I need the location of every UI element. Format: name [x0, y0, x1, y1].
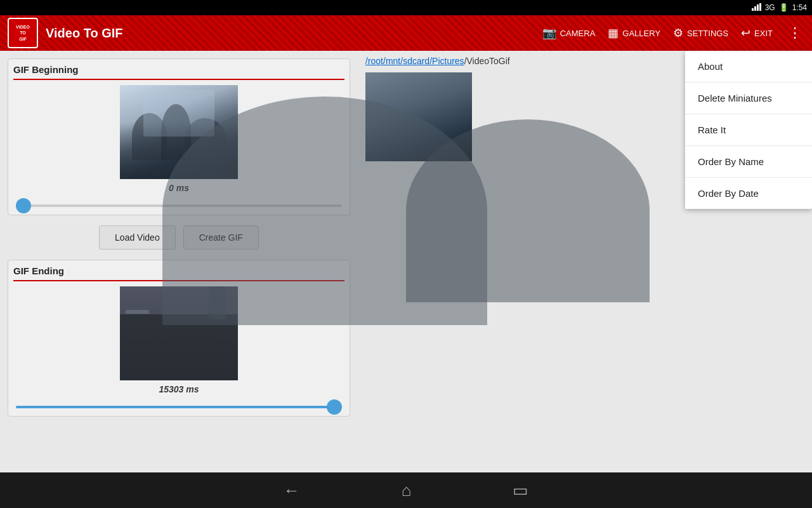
battery-icon: 🔋	[779, 3, 789, 12]
settings-label: SETTINGS	[687, 29, 728, 38]
camera-icon: 📷	[542, 26, 556, 40]
exit-label: EXIT	[754, 29, 773, 38]
overflow-menu-button[interactable]: ⋮	[785, 22, 804, 44]
file-path-sub: /VideoToGif	[464, 56, 510, 66]
gallery-label: GALLERY	[622, 29, 660, 38]
menu-item-about[interactable]: About	[685, 51, 812, 83]
toolbar: VIDEOTOGIF Video To GIF 📷 CAMERA ▦ GALLE…	[0, 15, 812, 51]
dropdown-menu: About Delete Miniatures Rate It Order By…	[685, 51, 812, 209]
camera-label: CAMERA	[560, 29, 596, 38]
gif-ending-slider-container	[13, 399, 344, 411]
app-logo: VIDEOTOGIF	[8, 18, 38, 48]
signal-indicator	[752, 3, 761, 13]
exit-button[interactable]: ↩ EXIT	[741, 26, 773, 40]
home-button[interactable]: ⌂	[402, 481, 412, 500]
gif-ending-slider[interactable]	[16, 406, 342, 408]
status-bar: 3G 🔋 1:54	[0, 0, 812, 15]
menu-item-order-by-date[interactable]: Order By Date	[685, 178, 812, 209]
recents-button[interactable]: ▭	[513, 481, 528, 500]
file-path-root[interactable]: /root/mnt/sdcard/Pictures	[365, 56, 464, 66]
menu-item-delete-miniatures[interactable]: Delete Miniatures	[685, 83, 812, 114]
main-area: GIF Beginning 0 ms Load Video Create GIF	[0, 51, 812, 508]
app-title: Video To GIF	[46, 26, 535, 41]
network-type: 3G	[765, 3, 775, 12]
exit-icon: ↩	[741, 26, 750, 40]
gallery-thumbnail[interactable]	[365, 72, 472, 161]
gallery-icon: ▦	[608, 26, 619, 40]
back-button[interactable]: ←	[284, 481, 300, 500]
settings-icon: ⚙	[673, 26, 683, 40]
gif-ending-timestamp: 15303 ms	[13, 384, 344, 394]
gif-beginning-title: GIF Beginning	[13, 64, 344, 80]
thumbnail-image	[365, 72, 472, 161]
settings-button[interactable]: ⚙ SETTINGS	[673, 26, 728, 40]
gallery-button[interactable]: ▦ GALLERY	[608, 26, 660, 40]
menu-item-rate-it[interactable]: Rate It	[685, 114, 812, 146]
nav-bar: ← ⌂ ▭	[0, 472, 812, 508]
menu-item-order-by-name[interactable]: Order By Name	[685, 146, 812, 178]
clock: 1:54	[792, 3, 807, 12]
camera-button[interactable]: 📷 CAMERA	[542, 26, 596, 40]
toolbar-actions: 📷 CAMERA ▦ GALLERY ⚙ SETTINGS ↩ EXIT ⋮	[542, 22, 804, 44]
